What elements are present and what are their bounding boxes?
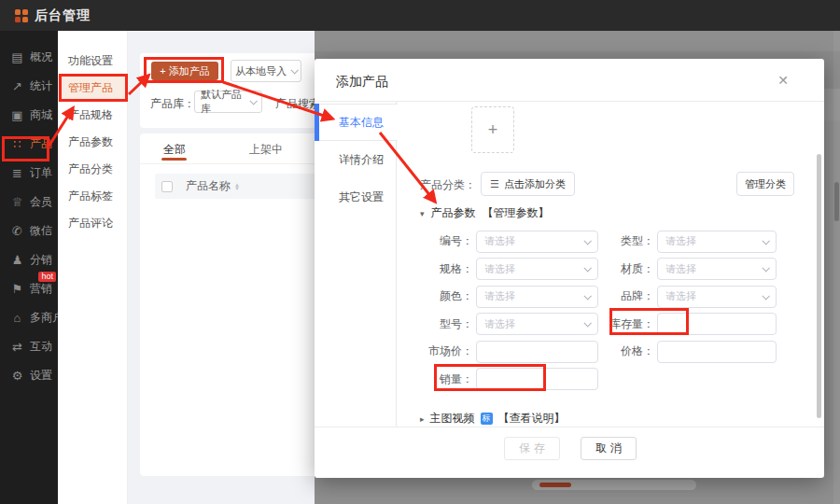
submenu-item-product-specs[interactable]: 产品规格 (58, 102, 127, 129)
close-icon[interactable]: ✕ (773, 70, 793, 91)
add-category-button[interactable]: ☰ 点击添加分类 (481, 172, 575, 196)
param-label: 品牌： (598, 288, 657, 304)
param-row: 型号：请选择库存量： (404, 311, 777, 339)
submenu-item-product-params[interactable]: 产品参数 (58, 129, 127, 156)
param-select[interactable]: 请选择 (657, 231, 777, 253)
sidebar-item-label: 设置 (30, 368, 52, 384)
product-library-select[interactable]: 默认产品库 (194, 91, 262, 113)
submenu-item-product-reviews[interactable]: 产品评论 (58, 210, 127, 237)
sidebar-item-label: 统计 (30, 78, 52, 94)
sidebar-item-orders[interactable]: ≣订单 (0, 159, 58, 188)
sidebar-item-wechat[interactable]: ✆微信 (0, 217, 58, 245)
mall-icon: ▣ (10, 108, 24, 122)
sidebar-item-product[interactable]: ∷产品 (0, 130, 58, 159)
product-name-header: 产品名称 (186, 178, 231, 194)
upload-image-button[interactable]: + (471, 106, 514, 153)
view-instructions-link[interactable]: 【查看说明】 (498, 411, 566, 427)
param-label: 销量： (404, 371, 476, 387)
param-select[interactable]: 请选择 (476, 286, 598, 308)
sidebar-item-label: 分销 (30, 252, 52, 268)
sidebar-item-label: 概况 (30, 49, 52, 65)
tab-all[interactable]: 全部 (163, 142, 186, 158)
chevron-down-icon (583, 237, 591, 245)
param-select[interactable]: 请选择 (657, 286, 777, 308)
sidebar-item-label: 产品 (30, 136, 52, 152)
param-label: 价格： (598, 343, 657, 359)
page-horizontal-scrollbar[interactable] (532, 480, 696, 490)
import-local-label: 从本地导入 (235, 64, 287, 78)
select-all-checkbox[interactable] (161, 181, 173, 192)
sidebar-item-label: 互动 (30, 339, 52, 355)
multi-merchant-icon: ⌂ (10, 311, 24, 325)
product-params-header[interactable]: ▾ 产品参数 【管理参数】 (420, 205, 550, 221)
modal-tab-detail-intro[interactable]: 详情介绍 (315, 141, 396, 178)
modal-title: 添加产品 (336, 74, 388, 91)
modal-tab-basic-info[interactable]: 基本信息 (315, 104, 398, 141)
sort-icon[interactable]: ▲▼ (234, 183, 240, 190)
submenu-item-product-categories[interactable]: 产品分类 (58, 156, 127, 183)
manage-category-button[interactable]: 管理分类 (736, 172, 794, 196)
chevron-down-icon (762, 292, 769, 300)
chevron-down-icon (583, 319, 591, 327)
select-placeholder: 请选择 (665, 234, 696, 248)
page-vscroll-thumb[interactable] (834, 182, 839, 221)
param-row: 颜色：请选择品牌：请选择 (404, 283, 777, 311)
param-select[interactable]: 请选择 (476, 231, 598, 253)
modal-footer-divider (315, 427, 824, 427)
list-icon: ☰ (490, 178, 499, 190)
manage-params-link[interactable]: 【管理参数】 (483, 205, 550, 221)
import-local-button[interactable]: 从本地导入 (231, 60, 301, 82)
cancel-button[interactable]: 取 消 (581, 437, 637, 460)
app-title: 后台管理 (35, 7, 91, 24)
caret-right-icon: ▸ (420, 414, 425, 424)
sidebar-item-overview[interactable]: ▤概况 (0, 43, 58, 72)
app-logo-icon (15, 9, 28, 22)
submenu-item-function-settings[interactable]: 功能设置 (58, 48, 127, 75)
sidebar-item-interaction[interactable]: ⇄互动 (0, 332, 58, 361)
param-select[interactable]: 请选择 (476, 258, 598, 280)
modal-tab-other-settings[interactable]: 其它设置 (315, 178, 396, 216)
video-badge: 标 (481, 413, 493, 425)
sidebar-item-distribution[interactable]: ♟分销 (0, 245, 58, 274)
distribution-icon: ♟ (10, 253, 24, 267)
sidebar-item-label: 微信 (30, 223, 52, 239)
modal-tab-column: 基本信息详情介绍其它设置 (315, 102, 397, 427)
hot-badge: hot (38, 272, 56, 282)
sidebar-item-label: 商城 (30, 107, 52, 123)
marketing-icon: ⚑ (10, 282, 24, 296)
members-icon: ♕ (10, 195, 24, 209)
tab-listed[interactable]: 上架中 (249, 142, 283, 158)
param-select[interactable]: 请选择 (657, 258, 777, 280)
select-placeholder: 请选择 (665, 289, 696, 303)
sidebar-item-mall[interactable]: ▣商城 (0, 101, 58, 130)
page-vertical-scrollbar[interactable] (833, 31, 840, 504)
product-params-title: 产品参数 (431, 205, 476, 221)
sidebar-item-settings[interactable]: ⚙设置 (0, 361, 58, 390)
sidebar-item-multi-merchant[interactable]: ⌂多商户 (0, 303, 58, 332)
param-label: 规格： (404, 261, 476, 277)
save-button[interactable]: 保 存 (504, 437, 560, 460)
param-select[interactable]: 请选择 (476, 313, 598, 335)
param-label: 市场价： (404, 343, 476, 359)
param-label: 颜色： (404, 288, 476, 304)
interaction-icon: ⇄ (10, 340, 24, 354)
chevron-down-icon (762, 264, 769, 272)
settings-icon: ⚙ (10, 369, 24, 383)
product-library-value: 默认产品库 (201, 88, 250, 116)
param-row: 市场价：价格： (404, 338, 777, 366)
submenu-item-manage-products[interactable]: 管理产品 (58, 75, 127, 102)
page-hscroll-thumb[interactable] (539, 483, 571, 487)
modal-scrollbar-thumb[interactable] (817, 154, 821, 418)
sidebar-item-stats[interactable]: ↗统计 (0, 72, 58, 101)
main-video-section[interactable]: ▸ 主图视频 标 【查看说明】 (420, 411, 566, 427)
sidebar-item-members[interactable]: ♕会员 (0, 188, 58, 217)
param-input[interactable] (476, 341, 598, 363)
param-input[interactable] (657, 313, 777, 335)
params-form: 编号：请选择类型：请选择规格：请选择材质：请选择颜色：请选择品牌：请选择型号：请… (404, 228, 777, 393)
sidebar-item-marketing[interactable]: ⚑营销hot (0, 274, 58, 303)
param-input[interactable] (657, 341, 777, 363)
submenu-item-product-tags[interactable]: 产品标签 (58, 183, 127, 210)
add-product-button[interactable]: + 添加产品 (151, 62, 218, 80)
param-input[interactable] (476, 368, 598, 390)
stats-icon: ↗ (10, 79, 24, 93)
